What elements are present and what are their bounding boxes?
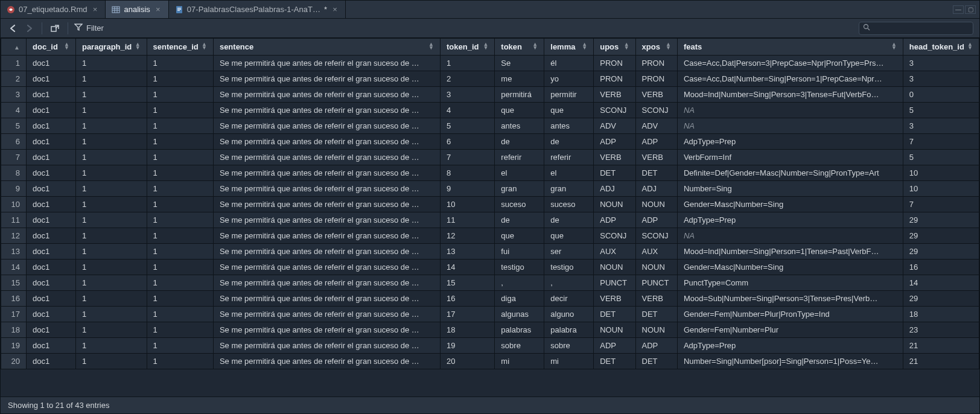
cell-upos: NOUN <box>594 260 635 275</box>
cell-xpos: NOUN <box>635 322 677 338</box>
cell-token_id: 9 <box>441 181 495 197</box>
cell-token_id: 2 <box>441 71 495 87</box>
tab-0[interactable]: 07_etiquetado.Rmd× <box>1 1 106 18</box>
cell-sentence: Se me permitirá que antes de referir el … <box>213 71 440 87</box>
table-row[interactable]: 4doc111Se me permitirá que antes de refe… <box>1 103 979 118</box>
maximize-button[interactable]: ▢ <box>965 5 976 14</box>
cell-doc_id: doc1 <box>27 56 76 71</box>
cell-xpos: AUX <box>635 244 677 260</box>
cell-token: gran <box>495 181 544 197</box>
cell-lemma: de <box>544 212 594 228</box>
cell-xpos: VERB <box>635 150 677 165</box>
popout-button[interactable] <box>48 22 62 35</box>
header-row: ▲ doc_id▲▼paragraph_id▲▼sentence_id▲▼sen… <box>1 39 979 56</box>
data-table-wrap[interactable]: ▲ doc_id▲▼paragraph_id▲▼sentence_id▲▼sen… <box>1 38 979 396</box>
divider <box>68 22 68 34</box>
cell-xpos: DET <box>635 307 677 322</box>
rownum-header[interactable]: ▲ <box>1 39 27 56</box>
search-box[interactable] <box>859 22 973 35</box>
cell-lemma: que <box>544 103 594 118</box>
table-row[interactable]: 9doc111Se me permitirá que antes de refe… <box>1 181 979 197</box>
table-row[interactable]: 17doc111Se me permitirá que antes de ref… <box>1 307 979 322</box>
search-input[interactable] <box>873 24 969 33</box>
column-header-upos[interactable]: upos▲▼ <box>594 39 635 56</box>
table-row[interactable]: 15doc111Se me permitirá que antes de ref… <box>1 275 979 291</box>
cell-sentence_id: 1 <box>147 118 213 134</box>
table-row[interactable]: 16doc111Se me permitirá que antes de ref… <box>1 291 979 307</box>
table-row[interactable]: 8doc111Se me permitirá que antes de refe… <box>1 165 979 181</box>
cell-paragraph_id: 1 <box>75 134 147 150</box>
column-header-paragraph_id[interactable]: paragraph_id▲▼ <box>75 39 147 56</box>
forward-button[interactable] <box>22 22 36 35</box>
cell-token: Se <box>495 56 544 71</box>
column-header-feats[interactable]: feats▲▼ <box>677 39 903 56</box>
toolbar: Filter <box>1 19 979 38</box>
cell-head_token_id: 3 <box>903 118 979 134</box>
cell-lemma: palabra <box>544 322 594 338</box>
cell-lemma: alguno <box>544 307 594 322</box>
cell-head_token_id: 3 <box>903 71 979 87</box>
cell-token_id: 19 <box>441 338 495 354</box>
table-row[interactable]: 5doc111Se me permitirá que antes de refe… <box>1 118 979 134</box>
cell-sentence: Se me permitirá que antes de referir el … <box>213 322 440 338</box>
cell-sentence_id: 1 <box>147 197 213 212</box>
column-header-doc_id[interactable]: doc_id▲▼ <box>27 39 76 56</box>
cell-paragraph_id: 1 <box>75 118 147 134</box>
column-header-sentence[interactable]: sentence▲▼ <box>213 39 440 56</box>
sort-icon: ▲▼ <box>891 42 897 49</box>
cell-sentence: Se me permitirá que antes de referir el … <box>213 260 440 275</box>
table-row[interactable]: 18doc111Se me permitirá que antes de ref… <box>1 322 979 338</box>
table-row[interactable]: 2doc111Se me permitirá que antes de refe… <box>1 71 979 87</box>
table-row[interactable]: 6doc111Se me permitirá que antes de refe… <box>1 134 979 150</box>
cell-sentence: Se me permitirá que antes de referir el … <box>213 134 440 150</box>
table-row[interactable]: 12doc111Se me permitirá que antes de ref… <box>1 228 979 244</box>
svg-rect-8 <box>177 9 181 10</box>
column-header-sentence_id[interactable]: sentence_id▲▼ <box>147 39 213 56</box>
cell-sentence_id: 1 <box>147 134 213 150</box>
back-button[interactable] <box>7 22 20 35</box>
tab-1[interactable]: analisis× <box>106 1 168 18</box>
cell-doc_id: doc1 <box>27 181 76 197</box>
column-header-xpos[interactable]: xpos▲▼ <box>635 39 677 56</box>
cell-sentence: Se me permitirá que antes de referir el … <box>213 354 440 369</box>
sort-icon: ▲▼ <box>624 42 629 49</box>
column-header-token[interactable]: token▲▼ <box>495 39 544 56</box>
cell-token: me <box>495 71 544 87</box>
cell-sentence_id: 1 <box>147 181 213 197</box>
column-header-head_token_id[interactable]: head_token_id▲▼ <box>903 39 979 56</box>
filter-button[interactable]: Filter <box>74 23 104 33</box>
close-tab-icon[interactable]: × <box>91 5 99 14</box>
table-row[interactable]: 20doc111Se me permitirá que antes de ref… <box>1 354 979 369</box>
cell-upos: VERB <box>594 150 635 165</box>
minimize-button[interactable]: ― <box>953 5 964 14</box>
tab-2[interactable]: 07-PalabrasClasesPalabras-1-AnaT…*× <box>169 1 346 18</box>
column-header-lemma[interactable]: lemma▲▼ <box>544 39 594 56</box>
cell-head_token_id: 10 <box>903 181 979 197</box>
table-row[interactable]: 19doc111Se me permitirá que antes de ref… <box>1 338 979 354</box>
svg-rect-10 <box>51 27 56 31</box>
status-text: Showing 1 to 21 of 43 entries <box>8 401 109 410</box>
cell-paragraph_id: 1 <box>75 291 147 307</box>
cell-doc_id: doc1 <box>27 150 76 165</box>
cell-paragraph_id: 1 <box>75 165 147 181</box>
table-row[interactable]: 11doc111Se me permitirá que antes de ref… <box>1 212 979 228</box>
cell-token: de <box>495 212 544 228</box>
column-label: upos <box>600 42 619 51</box>
cell-head_token_id: 21 <box>903 338 979 354</box>
column-header-token_id[interactable]: token_id▲▼ <box>441 39 495 56</box>
table-row[interactable]: 3doc111Se me permitirá que antes de refe… <box>1 87 979 103</box>
cell-xpos: VERB <box>635 291 677 307</box>
close-tab-icon[interactable]: × <box>154 5 162 14</box>
cell-head_token_id: 18 <box>903 307 979 322</box>
table-row[interactable]: 7doc111Se me permitirá que antes de refe… <box>1 150 979 165</box>
table-row[interactable]: 1doc111Se me permitirá que antes de refe… <box>1 56 979 71</box>
cell-token_id: 12 <box>441 228 495 244</box>
cell-token_id: 1 <box>441 56 495 71</box>
close-tab-icon[interactable]: × <box>331 5 339 14</box>
cell-token: suceso <box>495 197 544 212</box>
table-row[interactable]: 10doc111Se me permitirá que antes de ref… <box>1 197 979 212</box>
cell-sentence_id: 1 <box>147 338 213 354</box>
table-row[interactable]: 14doc111Se me permitirá que antes de ref… <box>1 260 979 275</box>
cell-paragraph_id: 1 <box>75 260 147 275</box>
table-row[interactable]: 13doc111Se me permitirá que antes de ref… <box>1 244 979 260</box>
